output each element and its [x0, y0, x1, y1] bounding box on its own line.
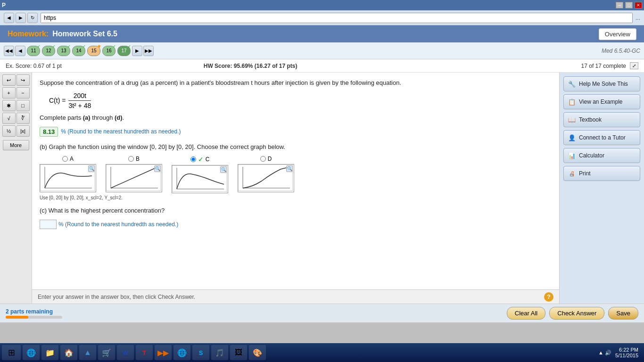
tool-cbrt[interactable]: ∛: [17, 113, 30, 124]
score-bar: Ex. Score: 0.67 of 1 pt HW Score: 95.69%…: [0, 59, 644, 73]
help-icon-img: 🔧: [568, 80, 576, 88]
nav-bar: ◀◀ ◀ 11✓ 12✓ 13✓ 14✓ 15✱ 16✓ 17✓ ▶ ▶▶ Me…: [0, 42, 644, 59]
problem-14[interactable]: 14✓: [72, 46, 85, 56]
problem-15[interactable]: 15✱: [87, 46, 100, 56]
right-panel: 🔧 Help Me Solve This 📋 View an Example 📖…: [559, 73, 644, 304]
browser-refresh[interactable]: ↻: [27, 13, 38, 23]
radio-b[interactable]: [128, 156, 134, 162]
tool-abs[interactable]: |x|: [17, 125, 30, 137]
radio-d[interactable]: [260, 156, 266, 162]
clear-all-button[interactable]: Clear All: [507, 307, 545, 320]
help-icon[interactable]: ?: [544, 292, 553, 302]
taskbar-paint[interactable]: 🎨: [249, 345, 266, 360]
graph-c-svg: [172, 165, 227, 192]
title-text: P: [2, 2, 6, 8]
taskbar-t[interactable]: T: [136, 345, 153, 360]
start-button[interactable]: ⊞: [2, 345, 21, 360]
option-b-radio[interactable]: B: [128, 156, 140, 162]
tool-undo[interactable]: ↩: [2, 74, 16, 86]
help-me-solve-btn[interactable]: 🔧 Help Me Solve This: [563, 76, 640, 91]
tool-star[interactable]: ✱: [2, 100, 16, 111]
problem-11[interactable]: 11✓: [27, 46, 40, 56]
graph-d-svg: [238, 165, 293, 191]
problem-12[interactable]: 12✓: [42, 46, 55, 56]
problem-16[interactable]: 16✓: [102, 46, 116, 56]
zoom-c-icon[interactable]: 🔍: [220, 166, 227, 173]
zoom-b-icon[interactable]: 🔍: [154, 165, 161, 172]
nav-prev[interactable]: ◀: [15, 46, 25, 56]
part-a-answer-row: 8.13 % (Round to the nearest hundredth a…: [40, 127, 552, 137]
tool-row-3: ✱ □: [2, 100, 30, 111]
tool-row-5: ½ |x|: [2, 125, 30, 137]
taskbar-store[interactable]: 🛒: [98, 345, 115, 360]
graph-d-img[interactable]: 🔍: [238, 164, 294, 192]
eq-denominator: 3t² + 48: [68, 101, 91, 109]
tool-minus[interactable]: −: [17, 87, 30, 99]
taskbar-skype[interactable]: S: [192, 345, 209, 360]
equation-box: C(t) = 200t 3t² + 48: [49, 92, 552, 109]
title-bar: P ─ □ ✕: [0, 0, 644, 10]
graph-b-img[interactable]: 🔍: [106, 164, 162, 192]
problem-instruction: Complete parts (a) through (d).: [40, 113, 552, 123]
taskbar-explorer[interactable]: 📁: [41, 345, 58, 360]
example-icon: 📋: [568, 98, 576, 106]
url-bar[interactable]: [41, 13, 633, 23]
taskbar-home[interactable]: 🏠: [60, 345, 77, 360]
browser-forward[interactable]: ▶: [16, 13, 26, 23]
zoom-a-icon[interactable]: 🔍: [88, 165, 95, 172]
tool-box[interactable]: □: [17, 100, 30, 111]
problem-13[interactable]: 13✓: [57, 46, 70, 56]
check-answer-button[interactable]: Check Answer: [549, 307, 604, 320]
taskbar-chrome[interactable]: 🌐: [173, 345, 190, 360]
option-d-radio[interactable]: D: [260, 156, 272, 162]
tool-frac[interactable]: ½: [2, 125, 16, 137]
problem-intro: Suppose the concentration of a drug (as …: [40, 78, 552, 88]
nav-first[interactable]: ◀◀: [4, 46, 14, 56]
tool-sqrt[interactable]: √: [2, 113, 16, 124]
radio-c[interactable]: [190, 156, 196, 162]
graph-a-img[interactable]: 🔍: [40, 164, 96, 192]
maximize-btn[interactable]: □: [625, 2, 633, 8]
problem-17[interactable]: 17✓: [117, 46, 131, 56]
textbook-btn[interactable]: 📖 Textbook: [563, 112, 640, 127]
view-example-btn[interactable]: 📋 View an Example: [563, 94, 640, 109]
browser-back[interactable]: ◀: [4, 13, 14, 23]
nav-last[interactable]: ▶▶: [143, 46, 154, 56]
graph-options: A 🔍: [40, 156, 552, 193]
bottom-bar: Enter your answer in the answer box, the…: [32, 289, 559, 304]
nav-next[interactable]: ▶: [132, 46, 142, 56]
connect-tutor-btn[interactable]: 👤 Connect to a Tutor: [563, 130, 640, 145]
option-c-radio[interactable]: ✓ C: [190, 156, 210, 163]
taskbar-ie[interactable]: 🌐: [23, 345, 40, 360]
expand-btn[interactable]: ⤢: [630, 62, 638, 69]
taskbar-photos[interactable]: 🖼: [230, 345, 247, 360]
part-b-section: (b) Graph the function using the window …: [40, 142, 552, 201]
hw-score: HW Score: 95.69% (16.27 of 17 pts): [204, 63, 297, 69]
taskbar-music[interactable]: 🎵: [211, 345, 228, 360]
graph-c-img[interactable]: 🔍: [172, 165, 228, 193]
ex-score-value: 0.67 of 1 pt: [33, 63, 62, 69]
tool-row-1: ↩ ↪: [2, 74, 30, 86]
minimize-btn[interactable]: ─: [616, 2, 623, 8]
clock-time: 6:22 PM: [615, 347, 638, 353]
tool-plus[interactable]: +: [2, 87, 16, 99]
more-button[interactable]: More: [3, 140, 29, 150]
calculator-btn[interactable]: 📊 Calculator: [563, 148, 640, 163]
close-btn[interactable]: ✕: [635, 2, 642, 8]
overview-button[interactable]: Overview: [599, 28, 636, 40]
save-button[interactable]: Save: [608, 307, 638, 320]
tool-redo[interactable]: ↪: [17, 74, 30, 86]
option-a-radio[interactable]: A: [62, 156, 74, 162]
taskbar-arrow[interactable]: ▲: [79, 345, 96, 360]
zoom-d-icon[interactable]: 🔍: [286, 165, 293, 172]
radio-a[interactable]: [62, 156, 68, 162]
url-dots[interactable]: ...: [636, 15, 640, 21]
eq-fraction: 200t 3t² + 48: [68, 92, 91, 109]
part-c-input[interactable]: [40, 220, 57, 229]
graph-option-a: A 🔍: [40, 156, 96, 193]
print-btn[interactable]: 🖨 Print: [563, 166, 640, 181]
taskbar-icons: ▲ 🔊: [598, 350, 611, 356]
taskbar-arrows[interactable]: ▶▶: [155, 345, 172, 360]
eq-lhs: C(t) =: [49, 92, 68, 109]
taskbar-word[interactable]: W: [117, 345, 134, 360]
